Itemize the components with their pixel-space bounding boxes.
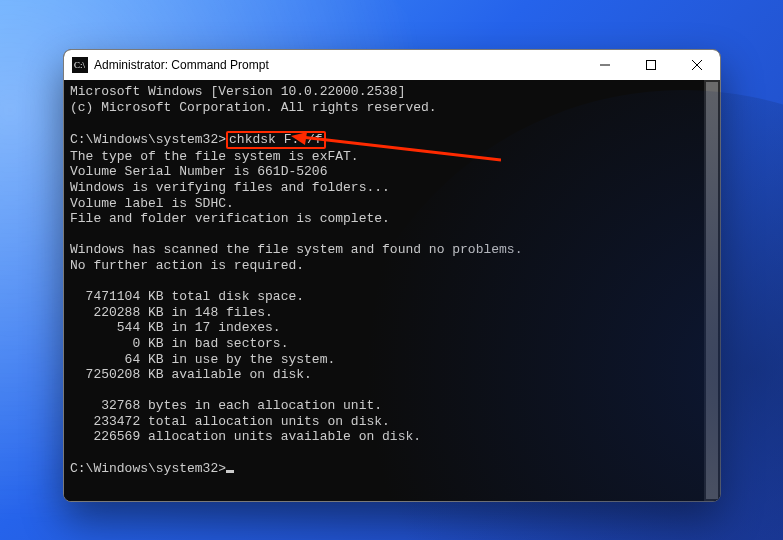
output-line: No further action is required. (70, 258, 304, 273)
scrollbar-thumb[interactable] (706, 82, 718, 499)
cmd-icon: C:\ (72, 57, 88, 73)
output-line: Windows has scanned the file system and … (70, 242, 522, 257)
stat-line: 7250208 KB available on disk. (70, 367, 312, 382)
terminal-output[interactable]: Microsoft Windows [Version 10.0.22000.25… (64, 80, 720, 501)
output-line: Volume label is SDHC. (70, 196, 234, 211)
stat-line: 64 KB in use by the system. (70, 352, 335, 367)
maximize-button[interactable] (628, 50, 674, 80)
stat-line: 233472 total allocation units on disk. (70, 414, 390, 429)
stat-line: 0 KB in bad sectors. (70, 336, 288, 351)
typed-command: chkdsk F: /f (229, 132, 323, 147)
output-line: Volume Serial Number is 661D-5206 (70, 164, 327, 179)
chkdsk-command-highlight: chkdsk F: /f (226, 131, 326, 149)
prompt-path: C:\Windows\system32> (70, 461, 226, 476)
window-title: Administrator: Command Prompt (94, 58, 269, 72)
stat-line: 544 KB in 17 indexes. (70, 320, 281, 335)
output-line: File and folder verification is complete… (70, 211, 390, 226)
prompt-path: C:\Windows\system32> (70, 132, 226, 147)
svg-rect-3 (647, 61, 656, 70)
stat-line: 32768 bytes in each allocation unit. (70, 398, 382, 413)
stat-line: 226569 allocation units available on dis… (70, 429, 421, 444)
command-prompt-window: C:\ Administrator: Command Prompt Micros… (63, 49, 721, 502)
copyright-line: (c) Microsoft Corporation. All rights re… (70, 100, 437, 115)
close-button[interactable] (674, 50, 720, 80)
stat-line: 7471104 KB total disk space. (70, 289, 304, 304)
output-line: Windows is verifying files and folders..… (70, 180, 390, 195)
scrollbar[interactable] (704, 80, 720, 501)
titlebar[interactable]: C:\ Administrator: Command Prompt (64, 50, 720, 80)
text-cursor (226, 470, 234, 473)
stat-line: 220288 KB in 148 files. (70, 305, 273, 320)
minimize-button[interactable] (582, 50, 628, 80)
svg-text:C:\: C:\ (74, 60, 86, 70)
output-line: The type of the file system is exFAT. (70, 149, 359, 164)
version-line: Microsoft Windows [Version 10.0.22000.25… (70, 84, 405, 99)
